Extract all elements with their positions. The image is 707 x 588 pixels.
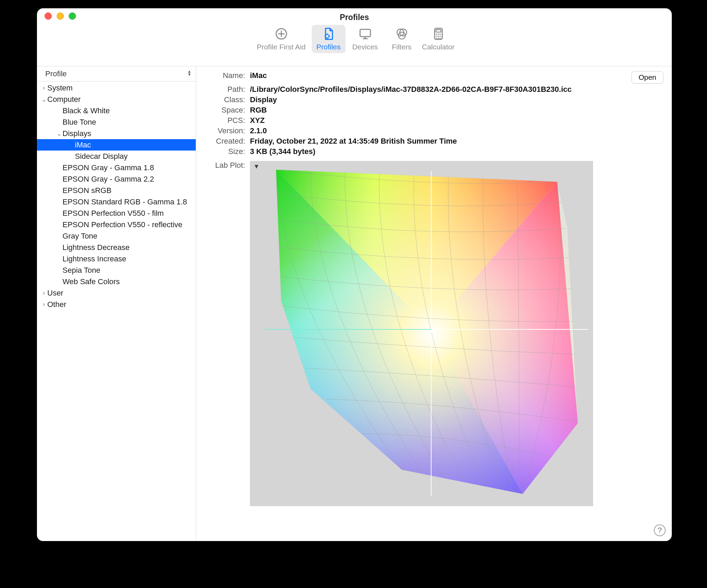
lab-plot-row: Lab Plot: ▼ (204, 161, 664, 506)
tree-row-label: Sepia Tone (62, 266, 100, 275)
svg-point-21 (439, 36, 441, 37)
tree-row[interactable]: ›Other (37, 299, 196, 310)
maximize-window-button[interactable] (69, 12, 76, 20)
tree-row-label: Gray Tone (62, 232, 97, 241)
svg-point-20 (438, 36, 439, 37)
tree-row[interactable]: EPSON sRGB (37, 185, 196, 196)
tree-row[interactable]: EPSON Gray - Gamma 1.8 (37, 162, 196, 173)
svg-point-19 (436, 36, 437, 37)
minimize-window-button[interactable] (57, 12, 64, 20)
tree-row[interactable]: Lightness Increase (37, 253, 196, 264)
svg-rect-15 (436, 30, 441, 32)
tree-row[interactable]: ⌄Computer (37, 94, 196, 105)
field-label: Space: (204, 106, 245, 115)
field-value: RGB (250, 106, 617, 115)
svg-point-22 (436, 38, 437, 39)
tree-row[interactable]: EPSON Perfection V550 - reflective (37, 219, 196, 230)
tree-row-label: EPSON sRGB (62, 186, 112, 195)
lab-plot-label: Lab Plot: (204, 161, 245, 506)
calculator-icon (431, 26, 446, 41)
field-value: /Library/ColorSync/Profiles/Displays/iMa… (250, 85, 617, 94)
tree-row[interactable]: EPSON Perfection V550 - film (37, 208, 196, 219)
tree-row[interactable]: Sidecar Display (37, 151, 196, 162)
tree-row-label: Sidecar Display (75, 152, 128, 161)
tree-row[interactable]: Lightness Decrease (37, 242, 196, 253)
disclosure-right-icon[interactable]: › (40, 84, 47, 91)
tree-row[interactable]: ›System (37, 82, 196, 94)
close-window-button[interactable] (45, 12, 52, 20)
tree-row-label: EPSON Standard RGB - Gamma 1.8 (62, 197, 187, 206)
svg-point-17 (438, 33, 439, 35)
tree-row[interactable]: EPSON Gray - Gamma 2.2 (37, 173, 196, 185)
disclosure-down-icon[interactable]: ⌄ (40, 96, 47, 103)
svg-point-3 (326, 35, 329, 38)
disclosure-right-icon[interactable]: › (40, 301, 47, 308)
tree-row-label: System (47, 84, 72, 93)
tree-row[interactable]: Gray Tone (37, 230, 196, 242)
toolbar-tab-devices[interactable]: Devices (348, 25, 382, 53)
field-label: Created: (204, 137, 245, 146)
svg-point-16 (436, 33, 437, 35)
toolbar-tab-label: Profile First Aid (257, 43, 306, 51)
field-value: 2.1.0 (250, 126, 617, 135)
toolbar-tab-profiles[interactable]: Profiles (312, 25, 346, 53)
field-value: Friday, October 21, 2022 at 14:35:49 Bri… (250, 137, 617, 146)
tree-row-label: Computer (47, 95, 81, 104)
field-value: XYZ (250, 116, 617, 125)
tree-row-label: Lightness Increase (62, 254, 126, 263)
open-button[interactable]: Open (631, 71, 664, 84)
tree-row[interactable]: Sepia Tone (37, 264, 196, 276)
tree-row-label: iMac (75, 141, 91, 150)
tree-row[interactable]: iMac (37, 139, 196, 151)
svg-rect-28 (257, 161, 593, 506)
tree-row[interactable]: ›User (37, 287, 196, 299)
document-gear-icon (321, 26, 336, 41)
toolbar-tab-label: Profiles (316, 43, 340, 51)
help-button[interactable]: ? (654, 524, 666, 536)
tree-row[interactable]: ⌄Displays (37, 128, 196, 139)
svg-rect-8 (360, 29, 370, 37)
tree-row[interactable]: Web Safe Colors (37, 276, 196, 287)
tree-row[interactable]: Blue Tone (37, 116, 196, 128)
toolbar-tab-filters[interactable]: Filters (385, 25, 419, 53)
toolbar-tab-profile-first-aid[interactable]: Profile First Aid (254, 25, 309, 53)
disclosure-down-icon[interactable]: ⌄ (56, 130, 62, 137)
tree-row-label: EPSON Gray - Gamma 1.8 (62, 163, 154, 172)
plus-circle-icon (274, 26, 289, 41)
svg-point-24 (439, 38, 441, 39)
detail-pane: Name:iMacOpenPath:/Library/ColorSync/Pro… (196, 66, 672, 541)
sort-stepper-icon[interactable]: ▴▾ (186, 70, 192, 76)
colorsync-profiles-window: Profiles Profile First Aid Profiles (37, 8, 672, 541)
svg-point-23 (438, 38, 439, 39)
svg-point-18 (439, 33, 441, 35)
tree-row-label: EPSON Perfection V550 - reflective (62, 220, 182, 229)
tree-row[interactable]: EPSON Standard RGB - Gamma 1.8 (37, 196, 196, 208)
tree-row-label: Blue Tone (62, 118, 96, 127)
tree-row[interactable]: Black & White (37, 105, 196, 116)
tree-row-label: Lightness Decrease (62, 243, 129, 252)
field-label: Size: (204, 147, 245, 156)
help-icon: ? (658, 526, 662, 535)
sidebar-column-header[interactable]: Profile ▴▾ (37, 66, 196, 81)
lab-plot-gamut[interactable] (257, 161, 593, 506)
profile-tree[interactable]: ›System⌄ComputerBlack & WhiteBlue Tone⌄D… (37, 81, 196, 541)
lab-plot-container[interactable]: ▼ (250, 161, 593, 506)
monitor-icon (358, 26, 373, 41)
tree-row-label: Other (47, 300, 66, 309)
disclosure-right-icon[interactable]: › (40, 289, 47, 297)
sidebar: Profile ▴▾ ›System⌄ComputerBlack & White… (37, 66, 196, 541)
toolbar-tab-label: Devices (352, 43, 378, 51)
field-label: Name: (204, 71, 245, 84)
window-body: Profile ▴▾ ›System⌄ComputerBlack & White… (37, 66, 672, 541)
field-label: Class: (204, 95, 245, 104)
field-label: Path: (204, 85, 245, 94)
tree-row-label: Black & White (62, 106, 110, 115)
field-value: iMac (250, 71, 617, 84)
tree-row-label: Web Safe Colors (62, 277, 120, 286)
field-value: 3 KB (3,344 bytes) (250, 147, 617, 156)
field-value: Display (250, 95, 617, 104)
tree-row-label: User (47, 289, 63, 298)
toolbar-tab-calculator[interactable]: Calculator (422, 25, 455, 53)
toolbar-tab-label: Calculator (422, 43, 455, 51)
toolbar: Profile First Aid Profiles Devices Filt (37, 22, 672, 66)
